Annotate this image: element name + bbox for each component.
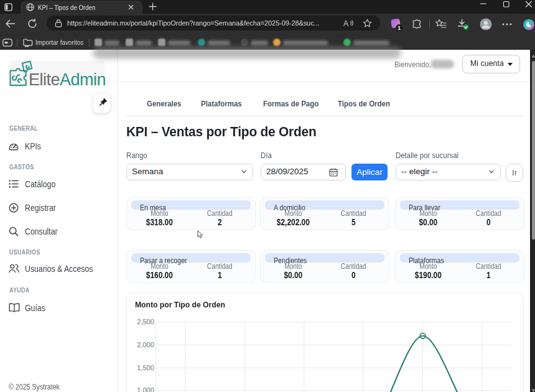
list-icon xyxy=(9,179,19,189)
window-close-button[interactable] xyxy=(524,0,533,9)
browser-tab[interactable]: KPI – Tipos de Orden xyxy=(21,1,142,14)
toolbar-separator xyxy=(429,19,430,29)
tab-actions-menu-icon[interactable] xyxy=(4,3,12,11)
search-icon xyxy=(9,226,19,236)
caret-down-icon xyxy=(508,63,513,66)
sidebar-item-registrar[interactable]: Registrar xyxy=(0,201,117,215)
window-maximize-button[interactable] xyxy=(502,0,511,9)
sidebar-item-usuarios-accesos[interactable]: Usuarios & Accesos xyxy=(0,262,117,276)
sidebar-section-general: GENERAL xyxy=(9,125,99,132)
chevron-down-icon xyxy=(489,169,494,174)
tab-close-icon[interactable] xyxy=(128,4,134,10)
bookmark-favicon[interactable] xyxy=(273,39,281,46)
page-title: KPI – Ventas por Tipo de Orden xyxy=(126,124,317,140)
page-content: EliteAdmin GENERAL xyxy=(0,50,530,392)
browser-scrollbar[interactable] xyxy=(530,50,535,392)
mouse-cursor xyxy=(197,230,203,239)
brand-name[interactable]: EliteAdmin xyxy=(29,70,106,90)
bookmark-redacted-label[interactable] xyxy=(283,40,328,45)
back-icon[interactable] xyxy=(5,19,16,29)
favorite-star-icon[interactable] xyxy=(363,19,372,28)
chart-ytick-label: 2,000 xyxy=(137,341,154,348)
scrollbar-thumb[interactable] xyxy=(532,61,535,240)
tab-generales[interactable]: Generales xyxy=(147,99,182,108)
bookmark-redacted-label[interactable] xyxy=(251,40,268,45)
refresh-icon[interactable] xyxy=(27,19,37,29)
ir-button[interactable]: Ir xyxy=(506,164,523,182)
tab-tipos-de-orden[interactable]: Tipos de Orden xyxy=(338,99,390,108)
card-header: Pasar a recoger xyxy=(131,253,251,263)
sidebar-section-usuarios: USUARIOS xyxy=(9,249,99,256)
sidebar-footer: © 2025 Systratek xyxy=(9,382,60,391)
tab-title: KPI – Tipos de Orden xyxy=(38,1,111,14)
tab-plataformas[interactable]: Plataformas xyxy=(201,99,242,108)
welcome-text: Bienvenido, xyxy=(297,60,431,69)
aplicar-button[interactable]: Aplicar xyxy=(351,164,388,180)
scroll-down-arrow[interactable] xyxy=(531,389,535,392)
copilot-icon[interactable] xyxy=(523,18,535,31)
bookmark-favicon[interactable] xyxy=(198,39,205,46)
lock-icon[interactable] xyxy=(55,19,62,27)
chart-line-series xyxy=(185,336,482,392)
address-bar[interactable]: https://eliteadmin.mx/portal/kpiTipoOrde… xyxy=(47,16,380,30)
extension-badge-count: 1 xyxy=(398,25,401,31)
redaction-blur xyxy=(93,47,401,58)
url-text[interactable]: https://eliteadmin.mx/portal/kpiTipoOrde… xyxy=(67,16,328,30)
bookmark-favicon[interactable] xyxy=(241,39,248,46)
rango-select[interactable]: Semana xyxy=(126,164,253,180)
bookmark-redacted-label[interactable] xyxy=(136,40,152,45)
tab-formas-de-pago[interactable]: Formas de Pago xyxy=(263,99,319,108)
browser-toolbar: https://eliteadmin.mx/portal/kpiTipoOrde… xyxy=(0,14,535,35)
chart-ytick-label: 1,500 xyxy=(137,364,154,371)
sucursal-label: Detalle por sucursal xyxy=(396,151,458,160)
card-header: Pendientes xyxy=(265,253,384,263)
dia-label: Día xyxy=(261,151,272,160)
card-para-llevar: Para llevar Monto$0.00 Cantidad0 xyxy=(395,197,524,230)
card-header: Plataformas xyxy=(400,253,519,263)
globe-icon xyxy=(26,3,34,11)
sidebar-item-guias[interactable]: Guías xyxy=(0,301,117,315)
bookmark-redacted-label[interactable] xyxy=(208,40,230,45)
book-icon xyxy=(9,303,20,312)
dia-date-input[interactable]: 28/09/2025 xyxy=(261,164,346,180)
window-minimize-button[interactable] xyxy=(479,0,488,9)
bookmark-favicon[interactable] xyxy=(158,39,165,46)
screenshot: KPI – Tipos de Orden xyxy=(0,0,535,392)
card-pendientes: Pendientes Monto$0.00 Cantidad0 xyxy=(260,250,389,283)
sidebar-item-consultar[interactable]: Consultar xyxy=(0,225,117,238)
favorites-hub-icon[interactable] xyxy=(435,19,447,29)
card-header: A domicilio xyxy=(265,200,384,210)
pin-sidebar-button[interactable] xyxy=(93,93,111,113)
card-a-domicilio: A domicilio Monto$2,202.00 Cantidad5 xyxy=(260,197,389,230)
sidebar-section-gastos: GASTOS xyxy=(9,164,99,170)
bookmark-redacted-label[interactable] xyxy=(168,40,190,45)
bookmark-redacted-label[interactable] xyxy=(105,40,119,45)
scroll-up-arrow[interactable] xyxy=(531,54,535,58)
settings-menu-icon[interactable] xyxy=(501,22,513,26)
chart-card: Monto por Tipo de Orden 05001,0001,5002,… xyxy=(126,292,524,392)
sidebar-item-kpis[interactable]: KPIs xyxy=(0,139,117,153)
sidebar-section-ayuda: AYUDA xyxy=(9,287,99,294)
read-aloud-icon[interactable]: A xyxy=(343,19,353,27)
sidebar-item-catalogo[interactable]: Catálogo xyxy=(0,177,117,191)
plus-circle-icon xyxy=(9,203,19,213)
card-en-mesa: En mesa Monto$318.00 Cantidad2 xyxy=(126,197,256,230)
sucursal-select[interactable]: -- elegir -- xyxy=(396,164,501,180)
new-tab-icon[interactable] xyxy=(149,2,157,11)
bookmark-favicon[interactable] xyxy=(95,39,102,46)
extension-gradient-icon[interactable]: 1 xyxy=(390,18,404,32)
nav-tabs: Generales Plataformas Formas de Pago Tip… xyxy=(126,94,523,116)
chevron-down-icon xyxy=(241,169,246,174)
downloads-icon[interactable] xyxy=(457,19,469,30)
account-dropdown-button[interactable]: Mi cuenta xyxy=(462,55,520,73)
users-icon xyxy=(9,264,19,273)
bookmark-favicon[interactable] xyxy=(343,39,351,46)
card-plataformas: Plataformas Monto$190.00 Cantidad1 xyxy=(395,250,524,283)
profile-avatar[interactable] xyxy=(480,18,492,30)
extensions-puzzle-icon[interactable] xyxy=(411,19,422,29)
bookmark-favicon[interactable] xyxy=(126,39,133,46)
header-divider xyxy=(117,82,530,82)
card-header: Para llevar xyxy=(400,200,519,210)
bookmark-redacted-label[interactable] xyxy=(353,40,389,45)
calendar-icon[interactable] xyxy=(329,168,338,177)
